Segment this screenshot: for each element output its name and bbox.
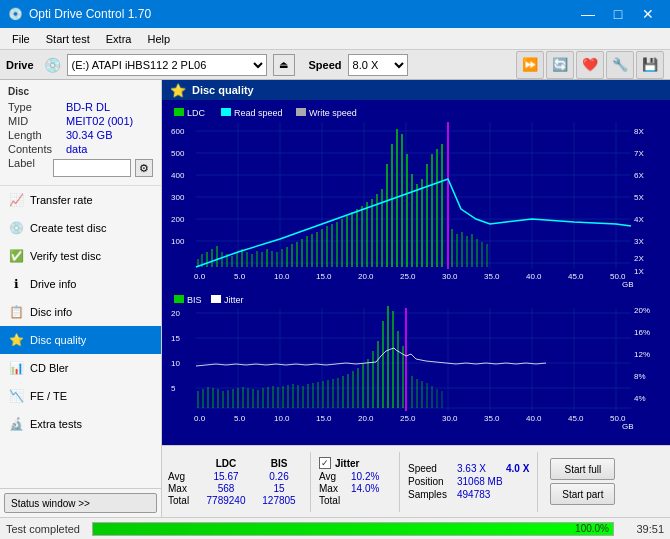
close-button[interactable]: ✕ — [634, 0, 662, 28]
disc-quality-header: ⭐ Disc quality — [162, 80, 670, 100]
label-input[interactable] — [53, 159, 131, 177]
svg-rect-184 — [426, 383, 428, 408]
menu-file[interactable]: File — [4, 31, 38, 47]
drive-select[interactable]: (E:) ATAPI iHBS112 2 PL06 — [67, 54, 267, 76]
stats-bar: LDC BIS Avg 15.67 0.26 Max 568 15 Total … — [162, 445, 670, 517]
progress-text: 100.0% — [575, 523, 609, 535]
title-bar-left: 💿 Opti Drive Control 1.70 — [8, 7, 151, 21]
svg-rect-86 — [431, 154, 433, 267]
total-bis: 127805 — [256, 495, 302, 506]
svg-rect-47 — [236, 252, 238, 267]
start-part-button[interactable]: Start part — [550, 483, 615, 505]
label-icon-button[interactable]: ⚙ — [135, 159, 153, 177]
svg-text:1X: 1X — [634, 267, 644, 276]
disc-info-label: Disc info — [30, 306, 72, 318]
svg-rect-154 — [272, 386, 274, 408]
svg-text:45.0: 45.0 — [568, 414, 584, 423]
svg-text:20%: 20% — [634, 306, 650, 315]
bottom-chart: BIS Jitter 20 15 10 5 20% 16% 12% 8% 4% — [166, 291, 666, 431]
disc-quality-label: Disc quality — [30, 334, 86, 346]
svg-rect-90 — [456, 234, 458, 267]
contents-value: data — [66, 143, 87, 155]
sidebar-item-create-test-disc[interactable]: 💿 Create test disc — [0, 214, 161, 242]
sidebar-item-drive-info[interactable]: ℹ Drive info — [0, 270, 161, 298]
svg-rect-144 — [222, 391, 224, 408]
svg-text:Write speed: Write speed — [309, 108, 357, 118]
svg-text:5X: 5X — [634, 193, 644, 202]
progress-bar — [93, 523, 613, 535]
svg-rect-179 — [397, 331, 399, 408]
sidebar-item-extra-tests[interactable]: 🔬 Extra tests — [0, 410, 161, 438]
speed-position-stats: Speed 3.63 X 4.0 X Position 31068 MB Sam… — [408, 463, 529, 500]
svg-rect-139 — [197, 391, 199, 408]
sidebar-item-cd-bler[interactable]: 📊 CD Bler — [0, 354, 161, 382]
disc-quality-title: Disc quality — [192, 84, 254, 96]
menu-start-test[interactable]: Start test — [38, 31, 98, 47]
drive-info-label: Drive info — [30, 278, 76, 290]
toolbar-btn-1[interactable]: ⏩ — [516, 51, 544, 79]
sidebar-item-fe-te[interactable]: 📉 FE / TE — [0, 382, 161, 410]
start-full-button[interactable]: Start full — [550, 458, 615, 480]
jitter-checkbox[interactable] — [319, 457, 331, 469]
svg-text:200: 200 — [171, 215, 185, 224]
svg-rect-63 — [316, 232, 318, 267]
svg-text:500: 500 — [171, 149, 185, 158]
maximize-button[interactable]: □ — [604, 0, 632, 28]
sidebar-item-transfer-rate[interactable]: 📈 Transfer rate — [0, 186, 161, 214]
toolbar-btn-2[interactable]: 🔄 — [546, 51, 574, 79]
svg-text:10.0: 10.0 — [274, 414, 290, 423]
svg-rect-53 — [266, 249, 268, 267]
svg-rect-81 — [406, 154, 408, 267]
svg-text:15.0: 15.0 — [316, 414, 332, 423]
svg-rect-43 — [216, 246, 218, 267]
svg-rect-156 — [282, 386, 284, 408]
svg-rect-173 — [367, 359, 369, 408]
menu-help[interactable]: Help — [139, 31, 178, 47]
svg-rect-1 — [174, 108, 184, 116]
svg-text:3X: 3X — [634, 237, 644, 246]
svg-rect-84 — [421, 179, 423, 267]
ldc-header: LDC — [200, 458, 252, 469]
svg-rect-160 — [302, 386, 304, 408]
minimize-button[interactable]: — — [574, 0, 602, 28]
svg-rect-83 — [416, 184, 418, 267]
svg-rect-72 — [361, 206, 363, 267]
samples-label: Samples — [408, 489, 453, 500]
disc-section-label: Disc — [8, 86, 153, 97]
svg-rect-54 — [271, 251, 273, 267]
svg-rect-78 — [391, 144, 393, 267]
svg-text:Jitter: Jitter — [224, 295, 244, 305]
svg-rect-152 — [262, 388, 264, 408]
time-text: 39:51 — [626, 523, 664, 535]
toolbar-btn-5[interactable]: 💾 — [636, 51, 664, 79]
sidebar-item-verify-test-disc[interactable]: ✅ Verify test disc — [0, 242, 161, 270]
svg-rect-167 — [337, 378, 339, 408]
eject-button[interactable]: ⏏ — [273, 54, 295, 76]
speed-select[interactable]: 8.0 X — [348, 54, 408, 76]
svg-text:7X: 7X — [634, 149, 644, 158]
type-label: Type — [8, 101, 66, 113]
svg-text:2X: 2X — [634, 254, 644, 263]
svg-text:400: 400 — [171, 171, 185, 180]
disc-quality-icon: ⭐ — [8, 332, 24, 348]
svg-rect-172 — [362, 364, 364, 408]
toolbar-btn-3[interactable]: ❤️ — [576, 51, 604, 79]
sidebar-item-disc-info[interactable]: 📋 Disc info — [0, 298, 161, 326]
sidebar-item-disc-quality[interactable]: ⭐ Disc quality — [0, 326, 161, 354]
drive-label: Drive — [6, 59, 34, 71]
svg-rect-91 — [461, 232, 463, 267]
svg-text:GB: GB — [622, 422, 634, 431]
toolbar-icons: ⏩ 🔄 ❤️ 🔧 💾 — [516, 51, 664, 79]
length-value: 30.34 GB — [66, 129, 112, 141]
status-window-button[interactable]: Status window >> — [4, 493, 157, 513]
svg-rect-168 — [342, 376, 344, 408]
disc-info-panel: Disc Type BD-R DL MID MEIT02 (001) Lengt… — [0, 80, 161, 186]
avg-bis: 0.26 — [256, 471, 302, 482]
progress-container: 100.0% — [92, 522, 614, 536]
svg-rect-71 — [356, 209, 358, 267]
menu-extra[interactable]: Extra — [98, 31, 140, 47]
app-title: Opti Drive Control 1.70 — [29, 7, 151, 21]
svg-rect-61 — [306, 236, 308, 267]
toolbar-btn-4[interactable]: 🔧 — [606, 51, 634, 79]
svg-text:20: 20 — [171, 309, 180, 318]
